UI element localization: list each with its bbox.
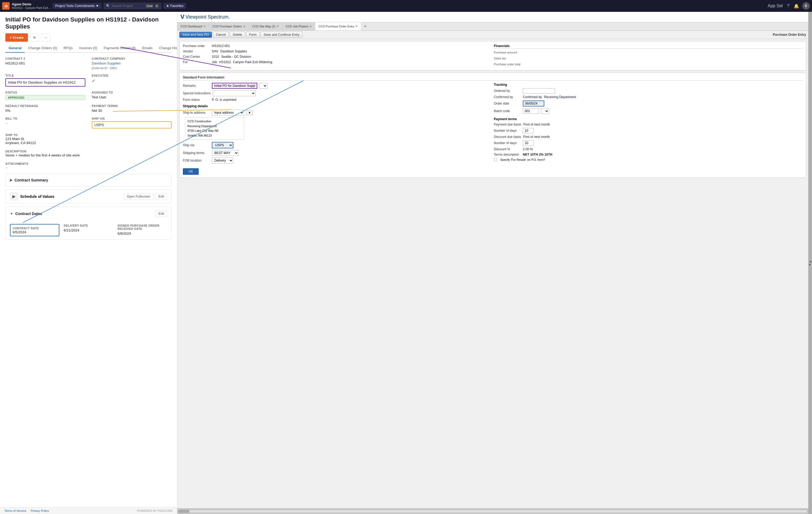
for-name: Canyon Park Exit Widening [233, 60, 272, 64]
ship-to-line1: 123 Main St [5, 137, 172, 141]
po-total-label: Purchase order total [494, 63, 520, 66]
close-po-icon[interactable]: ✕ [243, 25, 245, 28]
vp-tab-job-phases[interactable]: CCD Job Phases ✕ [283, 22, 315, 30]
status-badge: APPROVED [5, 95, 85, 100]
tab-payments[interactable]: Payments Issued (0) [100, 44, 139, 53]
contract-summary-header[interactable]: ▶ Contract Summary [6, 174, 171, 186]
fields-row2: Title Initial PO for Davidson Supplies o… [5, 74, 172, 86]
save-continue-button[interactable]: Save and Continue Entry [261, 32, 302, 38]
avatar[interactable]: E [802, 2, 810, 10]
retainage-value: 0% [5, 109, 85, 113]
po-header-card: Purchase order HS1912-001 Vendor DAV Dav… [179, 41, 806, 71]
vp-tab-site-map[interactable]: CCD Site Map (2) ✕ [249, 22, 283, 30]
notification-btn[interactable]: 🔔 [793, 2, 800, 10]
project-tools-btn[interactable]: Project Tools Commitments ▼ [53, 3, 102, 9]
ok-button[interactable]: OK [183, 168, 199, 175]
tab-general[interactable]: General [5, 44, 25, 53]
top-navigation: 🏠 Agave Demo HS1912 - Canyon Park Exit..… [0, 0, 812, 12]
cancel-button[interactable]: Cancel [213, 32, 229, 38]
tab-change-orders[interactable]: Change Orders (0) [25, 44, 60, 53]
num-days-2-input[interactable] [523, 140, 533, 146]
for-resale-checkbox[interactable] [494, 158, 497, 161]
title-highlight: Initial PO for Davidson Supplies on HS19… [5, 78, 85, 86]
close-po-entry-icon[interactable]: ✕ [355, 24, 358, 28]
batch-code-input[interactable] [523, 108, 539, 114]
batch-code-dropdown[interactable] [541, 108, 549, 114]
discount-pct-value: 2.00 % [523, 147, 533, 151]
email-icon[interactable]: ✉ [30, 34, 39, 42]
delete-button[interactable]: Delete [230, 32, 245, 38]
scrollbar-track[interactable] [178, 510, 807, 513]
special-instructions-dropdown[interactable] [213, 90, 256, 96]
vp-toolbar: Save and New PO Cancel Delete Form Save … [177, 31, 808, 39]
assigned-to-value: Test User [92, 95, 172, 99]
search-box[interactable]: 🔍 Cmd K [104, 3, 162, 9]
app-select-btn[interactable]: App Sel [766, 2, 784, 9]
ship-to-address-select[interactable]: Input address [212, 110, 244, 116]
schedule-edit-btn[interactable]: Edit [155, 193, 167, 200]
confirmed-by-value: Confirmed by [523, 95, 542, 99]
ordered-by-input[interactable] [523, 88, 555, 93]
payment-due-basis-value: First of next month [523, 123, 550, 126]
ship-to-line2: Anytown, CA 94122 [5, 141, 172, 145]
schedule-expand-btn[interactable]: ▶ [10, 192, 18, 200]
dates-edit-btn[interactable]: Edit [155, 211, 167, 217]
vp-tab-po-entry[interactable]: CCD Purchase Order Entry ✕ [315, 22, 361, 30]
contract-company-value[interactable]: Davidson Supplies [92, 61, 172, 65]
cost-center-name: Seattle - GC Division [221, 55, 251, 59]
form-button[interactable]: Form [246, 32, 260, 38]
help-btn[interactable]: ? [786, 2, 790, 9]
bill-to-value: -- [5, 121, 85, 125]
vp-tab-purchase-orders[interactable]: CCD Purchase Orders ✕ [209, 22, 249, 30]
standard-form-grid: Remarks Initial PO for Davidson Suppl Sp… [183, 83, 803, 165]
ok-btn-row: OK [183, 168, 803, 175]
vp-tab-add[interactable]: + [361, 22, 369, 30]
contract-dates-header[interactable]: ▼ Contract Dates Edit [6, 207, 171, 221]
po-entry-title: Purchase Order Entry [773, 33, 806, 36]
discount-due-basis-value: First of next month [523, 135, 550, 139]
terms-desc-value: NET 10TH 2% 10TH [523, 153, 552, 157]
left-panel: Initial PO for Davidson Supplies on HS19… [0, 12, 177, 514]
favorites-btn[interactable]: ★ Favorites [164, 3, 186, 9]
search-input[interactable] [112, 4, 144, 8]
scrollbar-thumb[interactable] [179, 510, 189, 513]
ship-via-select[interactable]: USPS [212, 142, 233, 148]
terms-link[interactable]: Terms of Service [4, 509, 26, 512]
tracking-label: Tracking [494, 83, 803, 86]
save-new-po-button[interactable]: Save and New PO [179, 32, 212, 38]
ship-via-row: Ship via USPS [183, 142, 492, 148]
ship-to-address-btn[interactable]: ▼ [246, 110, 253, 115]
vp-tab-dashboard[interactable]: CCD Dashboard ✕ [177, 22, 209, 30]
create-button[interactable]: + Create [5, 33, 28, 42]
resize-handle[interactable]: ◀ ▶ [808, 12, 812, 514]
tab-invoices[interactable]: Invoices (0) [76, 44, 100, 53]
vp-scrollbar[interactable] [177, 508, 808, 514]
shortcut-k: K [155, 4, 159, 8]
remarks-dropdown[interactable] [259, 83, 267, 89]
more-options-icon[interactable]: ⋯ [41, 34, 51, 42]
for-resale-row: Specify 'For Resale' on P.O. form? [494, 158, 803, 161]
close-dashboard-icon[interactable]: ✕ [203, 25, 206, 28]
contract-company-field: Contract Company Davidson Supplies (Exte… [92, 57, 172, 70]
close-site-map-icon[interactable]: ✕ [277, 25, 279, 28]
home-icon[interactable]: 🏠 [2, 2, 10, 10]
for-type: Job [212, 60, 217, 64]
tab-rfqs[interactable]: RFQs [60, 44, 76, 53]
payment-terms-title: Payment terms [494, 117, 803, 121]
main-layout: Initial PO for Davidson Supplies on HS19… [0, 12, 812, 514]
discount-pct-row: Discount % 2.00 % [494, 147, 803, 151]
num-days-1-input[interactable] [523, 128, 533, 133]
privacy-link[interactable]: Privacy Policy [31, 509, 49, 512]
shipping-terms-select[interactable]: BEST WAY [212, 150, 239, 156]
vendor-row: Vendor DAV Davidson Supplies [183, 50, 492, 53]
close-job-phases-icon[interactable]: ✕ [309, 25, 312, 28]
fob-select[interactable]: Delivery [212, 158, 233, 163]
title-field: Title Initial PO for Davidson Supplies o… [5, 74, 85, 86]
left-footer: Terms of Service Privacy Policy POWERED … [0, 507, 177, 514]
tab-emails[interactable]: Emails [139, 44, 156, 53]
tab-change-history[interactable]: Change History [156, 44, 177, 53]
form-status-row: Form status P. O. is unprinted [183, 98, 492, 102]
open-fullscreen-btn[interactable]: Open Fullscreen [124, 193, 153, 200]
order-date-input[interactable] [523, 101, 544, 106]
contract-number-value: HS1912-001 [5, 61, 85, 65]
